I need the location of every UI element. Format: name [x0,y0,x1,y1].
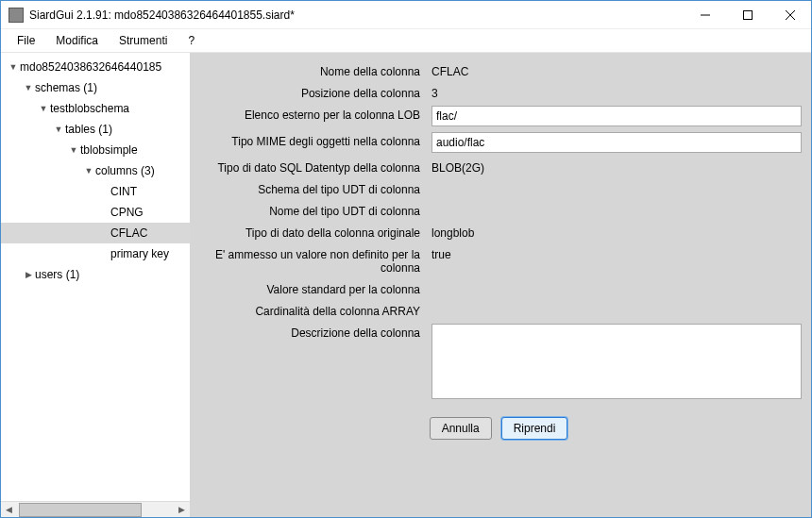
tree-label: mdo8524038632646440185 [20,60,161,74]
tree-label: CPNG [110,206,144,219]
tree-horizontal-scrollbar[interactable]: ◀ ▶ [1,501,190,517]
apply-button[interactable]: Riprendi [501,417,568,440]
tree-label: primary key [110,247,169,260]
value-sql-type: BLOB(2G) [431,159,802,175]
value-udt-schema [431,180,802,183]
scrollbar-thumb[interactable] [19,503,142,517]
tree-label: tblobsimple [80,143,138,157]
menu-file[interactable]: File [8,31,43,50]
tree-row-cpng[interactable]: • CPNG [1,202,190,223]
input-lob-folder[interactable] [431,106,802,126]
tree-row-columns[interactable]: ▼ columns (3) [1,160,190,181]
tree-label: CFLAC [110,226,147,240]
button-row: Annulla Riprendi [195,417,802,440]
app-icon [8,8,24,23]
tree-arrow-expanded-icon[interactable]: ▼ [39,104,48,113]
label-lob-folder: Elenco esterno per la colonna LOB [195,106,431,122]
label-cardinality: Cardinalità della colonna ARRAY [195,302,431,318]
close-button[interactable] [769,1,811,28]
tree-view[interactable]: ▼ mdo8524038632646440185 ▼ schemas (1) ▼… [1,53,190,501]
tree-arrow-collapsed-icon[interactable]: ▶ [24,270,33,279]
tree-arrow-expanded-icon[interactable]: ▼ [24,83,33,92]
window-title: SiardGui 2.1.91: mdo85240386326464401855… [29,8,684,22]
cancel-button[interactable]: Annulla [430,417,492,440]
value-udt-name [431,202,802,205]
maximize-button[interactable] [726,1,769,28]
label-mime-type: Tipo MIME degli oggetti nella colonna [195,132,431,148]
window: SiardGui 2.1.91: mdo85240386326464401855… [0,0,812,518]
tree-label: columns (3) [95,164,155,177]
form-pane: Nome della colonna CFLAC Posizione della… [190,53,811,517]
tree-row-testblobschema[interactable]: ▼ testblobschema [1,98,190,119]
label-nullable: E' ammesso un valore non definito per la… [195,245,431,275]
label-udt-schema: Schema del tipo UDT di colonna [195,180,431,196]
label-udt-name: Nome del tipo UDT di colonna [195,202,431,218]
tree-row-cflac[interactable]: • CFLAC [1,223,190,243]
label-default-value: Valore standard per la colonna [195,280,431,296]
tree-label: users (1) [35,268,79,281]
tree-label: tables (1) [65,123,112,136]
tree-arrow-expanded-icon[interactable]: ▼ [8,62,18,72]
value-cardinality [431,302,802,305]
value-default-value [431,280,802,283]
tree-row-root[interactable]: ▼ mdo8524038632646440185 [1,57,190,77]
label-column-position: Posizione della colonna [195,84,431,100]
window-buttons [684,1,811,28]
value-nullable: true [431,245,802,261]
content: ▼ mdo8524038632646440185 ▼ schemas (1) ▼… [1,53,811,517]
tree-arrow-expanded-icon[interactable]: ▼ [84,166,93,175]
tree-arrow-expanded-icon[interactable]: ▼ [69,145,78,155]
input-mime-type[interactable] [431,132,802,153]
menu-help[interactable]: ? [179,31,203,50]
tree-row-users[interactable]: ▶ users (1) [1,264,190,285]
menu-tools[interactable]: Strumenti [110,31,176,50]
value-original-type: longblob [431,224,802,240]
tree-row-primarykey[interactable]: • primary key [1,243,190,264]
tree-row-schemas[interactable]: ▼ schemas (1) [1,77,190,98]
label-sql-type: Tipo di dato SQL Datentyp della colonna [195,159,431,175]
tree-label: CINT [110,185,137,198]
menu-edit[interactable]: Modifica [47,31,107,50]
tree-label: schemas (1) [35,81,97,94]
scroll-right-icon[interactable]: ▶ [174,503,190,517]
value-column-name: CFLAC [431,62,802,78]
tree-row-tables[interactable]: ▼ tables (1) [1,119,190,140]
svg-rect-1 [743,10,752,19]
tree-label: testblobschema [50,102,129,115]
minimize-button[interactable] [684,1,726,28]
tree-row-tblobsimple[interactable]: ▼ tblobsimple [1,140,190,160]
scroll-left-icon[interactable]: ◀ [1,503,17,517]
tree-row-cint[interactable]: • CINT [1,181,190,202]
tree-pane: ▼ mdo8524038632646440185 ▼ schemas (1) ▼… [1,53,190,517]
label-original-type: Tipo di dato della colonna originale [195,224,431,240]
titlebar: SiardGui 2.1.91: mdo85240386326464401855… [1,1,811,29]
textarea-description[interactable] [431,324,802,399]
label-description: Descrizione della colonna [195,324,431,340]
menubar: File Modifica Strumenti ? [1,29,811,53]
label-column-name: Nome della colonna [195,62,431,78]
tree-arrow-expanded-icon[interactable]: ▼ [54,125,63,134]
value-column-position: 3 [431,84,802,100]
